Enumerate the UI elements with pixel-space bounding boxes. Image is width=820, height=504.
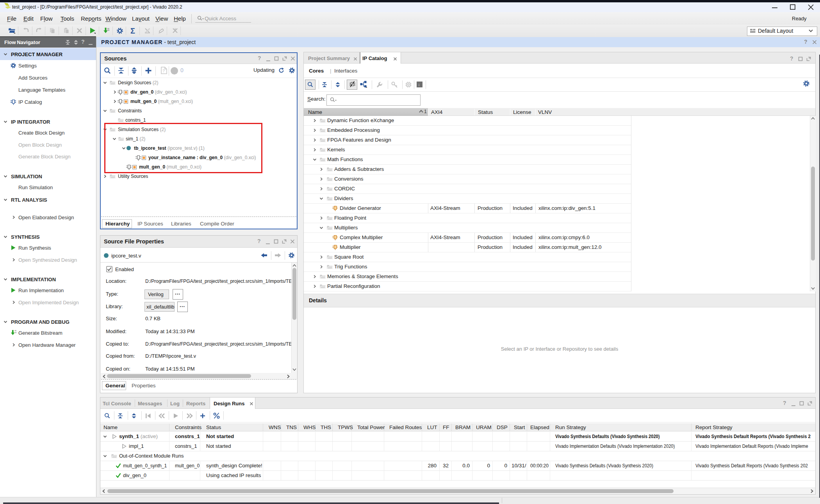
svg-text:?: ? [162,69,165,73]
svg-text:10: 10 [15,332,17,334]
svg-text:i: i [419,83,419,87]
svg-text:10: 10 [107,29,109,31]
